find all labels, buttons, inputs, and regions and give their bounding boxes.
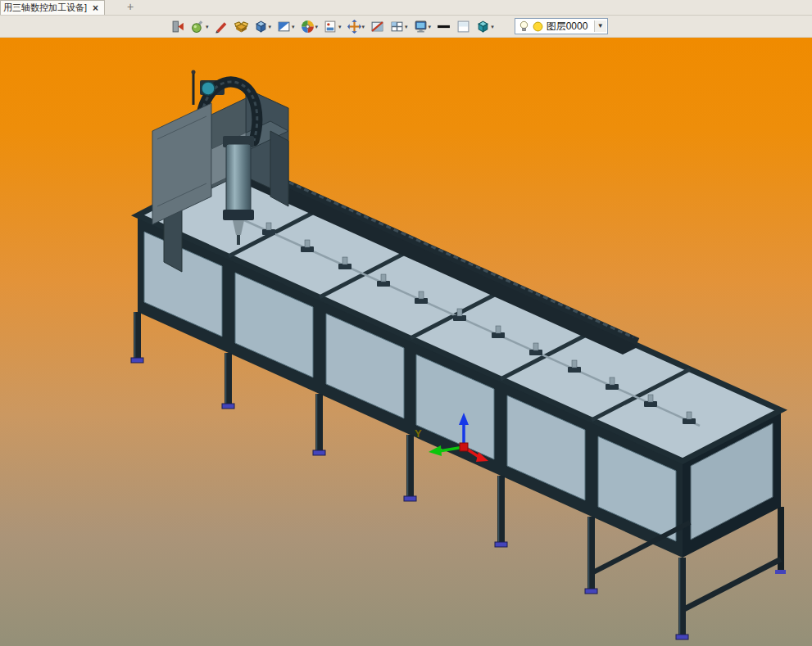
dropdown-caret[interactable]: ▾ xyxy=(315,24,319,29)
background-swatch-icon xyxy=(456,20,470,34)
dropdown-caret[interactable]: ▾ xyxy=(338,24,342,29)
open-box-icon xyxy=(234,20,248,34)
color-wheel-icon xyxy=(301,20,315,34)
line-width-icon xyxy=(437,20,451,34)
layer-color-swatch[interactable] xyxy=(533,21,543,32)
pencil-icon xyxy=(215,20,229,34)
shaded-view-button[interactable]: ▾ xyxy=(474,19,496,34)
dropdown-caret[interactable]: ▾ xyxy=(429,24,432,29)
snapshot-icon xyxy=(324,20,338,34)
layer-selector[interactable]: 图层0000 ▼ xyxy=(515,18,608,34)
exit-icon xyxy=(171,20,185,34)
exit-viewer-button[interactable] xyxy=(170,19,187,34)
layer-name: 图层0000 xyxy=(547,20,588,34)
dropdown-caret[interactable]: ▾ xyxy=(206,24,209,29)
section-icon xyxy=(370,20,384,34)
display-mode-button[interactable]: ▾ xyxy=(412,19,433,34)
triad-origin xyxy=(460,443,468,451)
toolbar: ▾ ▾ ▾ xyxy=(0,16,812,38)
layer-visibility-bulb-icon[interactable] xyxy=(519,20,529,32)
dropdown-caret[interactable]: ▾ xyxy=(405,24,408,29)
section-button[interactable] xyxy=(369,19,386,34)
dropdown-caret[interactable]: ▾ xyxy=(491,24,494,29)
monitor-icon xyxy=(414,20,428,34)
move-arrows-icon xyxy=(347,20,361,34)
render-style-icon xyxy=(277,20,291,34)
tab-bar: 用三轴数控加工设备] × + xyxy=(0,0,812,16)
triad-y-label: Y xyxy=(415,427,422,440)
new-tab-button[interactable]: + xyxy=(121,0,139,15)
tab-close-button[interactable]: × xyxy=(93,3,98,13)
viewport-3d[interactable]: Y xyxy=(0,38,812,646)
tab-title: 用三轴数控加工设备] xyxy=(3,2,87,14)
gantry-motor xyxy=(202,82,215,95)
cube-icon xyxy=(254,20,268,34)
dropdown-caret[interactable]: ▾ xyxy=(269,24,272,29)
appearance-button[interactable]: ▾ xyxy=(189,19,211,34)
document-tab[interactable]: 用三轴数控加工设备] × xyxy=(0,0,105,15)
viewport-layout-button[interactable]: ▾ xyxy=(388,19,410,34)
machine-model: Y xyxy=(0,38,812,646)
move-button[interactable]: ▾ xyxy=(346,19,367,34)
dropdown-caret[interactable]: ▾ xyxy=(292,24,295,29)
view-cube-button[interactable]: ▾ xyxy=(252,19,274,34)
layer-dropdown-caret[interactable]: ▼ xyxy=(594,20,606,32)
layout-icon xyxy=(390,20,404,34)
shaded-cube-icon xyxy=(476,20,490,34)
line-width-button[interactable] xyxy=(435,19,452,34)
annotation-button[interactable] xyxy=(213,19,230,34)
background-color-button[interactable] xyxy=(455,19,472,34)
color-wheel-button[interactable]: ▾ xyxy=(299,19,320,34)
appearance-icon xyxy=(191,20,205,34)
snapshot-button[interactable]: ▾ xyxy=(322,19,343,34)
render-style-button[interactable]: ▾ xyxy=(275,19,297,34)
explode-button[interactable] xyxy=(233,19,250,34)
dropdown-caret[interactable]: ▾ xyxy=(362,24,365,29)
